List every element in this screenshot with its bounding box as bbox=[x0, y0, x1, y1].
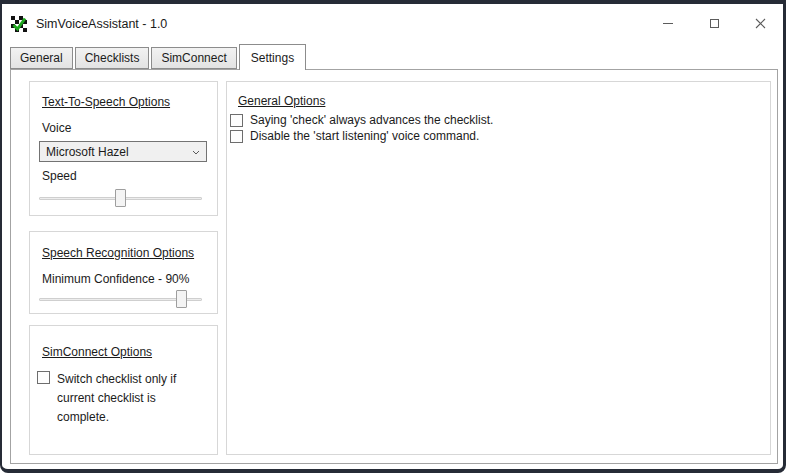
tab-settings-label: Settings bbox=[251, 51, 294, 65]
switch-checklist-label: Switch checklist only if current checkli… bbox=[57, 370, 189, 427]
window-controls bbox=[645, 4, 783, 43]
voice-label: Voice bbox=[42, 121, 71, 135]
tab-strip: General Checklists SimConnect Settings bbox=[10, 43, 783, 69]
speech-recognition-groupbox: Speech Recognition Options Minimum Confi… bbox=[29, 231, 218, 314]
app-window: SimVoiceAssistant - 1.0 General Checklis… bbox=[0, 0, 786, 473]
simconnect-options-heading: SimConnect Options bbox=[42, 345, 152, 359]
speed-label: Speed bbox=[42, 169, 77, 183]
close-icon bbox=[755, 18, 766, 29]
maximize-icon bbox=[710, 19, 719, 28]
tab-checklists[interactable]: Checklists bbox=[75, 47, 150, 69]
tab-settings[interactable]: Settings bbox=[239, 44, 306, 70]
saying-check-checkbox[interactable] bbox=[230, 114, 243, 127]
minimum-confidence-label: Minimum Confidence - 90% bbox=[42, 272, 189, 286]
speech-recognition-heading: Speech Recognition Options bbox=[42, 246, 194, 260]
disable-listening-option: Disable the 'start listening' voice comm… bbox=[230, 129, 479, 143]
disable-listening-label: Disable the 'start listening' voice comm… bbox=[250, 129, 479, 143]
tab-simconnect[interactable]: SimConnect bbox=[151, 47, 236, 69]
saying-check-option: Saying 'check' always advances the check… bbox=[230, 113, 493, 127]
confidence-slider[interactable] bbox=[39, 290, 202, 308]
chevron-down-icon bbox=[192, 150, 200, 155]
minimize-icon bbox=[663, 23, 673, 24]
speed-slider-thumb[interactable] bbox=[115, 189, 126, 207]
general-options-groupbox: General Options Saying 'check' always ad… bbox=[226, 81, 771, 455]
voice-select[interactable]: Microsoft Hazel bbox=[39, 141, 207, 162]
close-button[interactable] bbox=[737, 4, 783, 43]
voice-select-value: Microsoft Hazel bbox=[46, 145, 129, 159]
tab-checklists-label: Checklists bbox=[85, 51, 140, 65]
general-options-heading: General Options bbox=[238, 94, 325, 108]
switch-checklist-option: Switch checklist only if current checkli… bbox=[37, 370, 189, 427]
speed-slider[interactable] bbox=[39, 189, 202, 207]
app-icon bbox=[11, 16, 27, 32]
tab-general-label: General bbox=[20, 51, 63, 65]
tab-simconnect-label: SimConnect bbox=[161, 51, 226, 65]
maximize-button[interactable] bbox=[691, 4, 737, 43]
minimize-button[interactable] bbox=[645, 4, 691, 43]
settings-tab-page: Text-To-Speech Options Voice Microsoft H… bbox=[10, 69, 778, 464]
disable-listening-checkbox[interactable] bbox=[230, 130, 243, 143]
simconnect-options-groupbox: SimConnect Options Switch checklist only… bbox=[29, 325, 218, 455]
window-title: SimVoiceAssistant - 1.0 bbox=[36, 17, 167, 31]
tts-options-groupbox: Text-To-Speech Options Voice Microsoft H… bbox=[29, 81, 218, 216]
tts-options-heading: Text-To-Speech Options bbox=[42, 95, 170, 109]
confidence-slider-thumb[interactable] bbox=[176, 290, 187, 308]
switch-checklist-checkbox[interactable] bbox=[37, 371, 50, 384]
title-bar: SimVoiceAssistant - 1.0 bbox=[2, 4, 783, 43]
tab-general[interactable]: General bbox=[10, 47, 73, 69]
saying-check-label: Saying 'check' always advances the check… bbox=[250, 113, 493, 127]
